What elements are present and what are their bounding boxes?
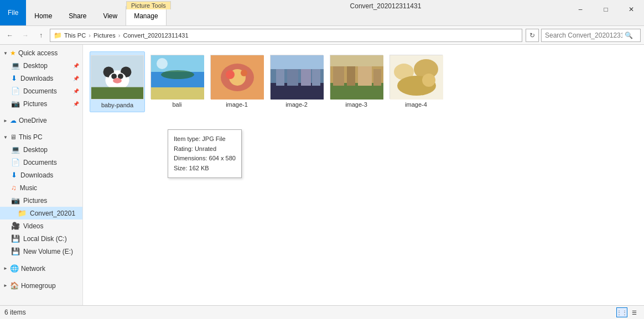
sidebar-item-homegroup[interactable]: ► 🏠 Homegroup	[0, 279, 82, 292]
sidebar-item-label: Documents	[23, 87, 57, 95]
back-button[interactable]: ←	[3, 29, 17, 42]
file-item[interactable]: baby-panda Item type: JPG File Rating: U…	[90, 51, 145, 112]
file-name: image-3	[345, 101, 367, 108]
sidebar-item-desktop-quick[interactable]: 💻 Desktop 📌	[0, 59, 82, 72]
sidebar-item-downloads-quick[interactable]: ⬇ Downloads 📌	[0, 72, 82, 85]
chevron-right-icon: ►	[3, 118, 8, 123]
sidebar-item-pictures-quick[interactable]: 📷 Pictures 📌	[0, 97, 82, 110]
sidebar-item-label: Pictures	[23, 100, 47, 108]
sidebar-section-onedrive: ► ☁ OneDrive	[0, 112, 82, 129]
file-tooltip: Item type: JPG File Rating: Unrated Dime…	[168, 129, 242, 178]
tooltip-line2: Rating: Unrated	[174, 144, 236, 154]
address-bar: ← → ↑ 📁 This PC › Pictures › Convert_202…	[0, 26, 644, 45]
file-thumbnail	[91, 55, 144, 100]
minimize-button[interactable]: –	[568, 1, 593, 18]
sidebar-item-label: Quick access	[18, 49, 58, 57]
sidebar-item-label: Documents	[23, 159, 57, 166]
sidebar-item-label: New Volume (E:)	[23, 248, 73, 255]
sidebar-section-homegroup: ► 🏠 Homegroup	[0, 277, 82, 294]
file-name: image-1	[226, 101, 248, 108]
search-box[interactable]: 🔍	[541, 29, 641, 42]
pictures-icon: 📷	[11, 100, 20, 108]
picture-tools-label: Picture Tools	[126, 1, 171, 9]
pictures-icon: 📷	[11, 196, 20, 205]
sidebar-item-convert-folder[interactable]: 📁 Convert_20201	[0, 207, 82, 219]
file-item[interactable]: bali	[149, 51, 205, 112]
svg-point-17	[226, 70, 235, 79]
sidebar-item-this-pc[interactable]: ▼ 🖥 This PC	[0, 131, 82, 143]
desktop-icon: 💻	[11, 145, 20, 154]
sidebar-item-label: Music	[20, 184, 37, 192]
sidebar-item-videos-pc[interactable]: 🎥 Videos	[0, 219, 82, 232]
main-area: ▼ ★ Quick access 💻 Desktop 📌 ⬇ Downloads…	[0, 45, 644, 305]
sidebar-section-this-pc: ▼ 🖥 This PC 💻 Desktop 📄 Documents ⬇ Down…	[0, 129, 82, 260]
sidebar-item-pictures-pc[interactable]: 📷 Pictures	[0, 194, 82, 207]
tab-view[interactable]: View	[95, 6, 126, 25]
svg-point-12	[157, 58, 168, 69]
file-item[interactable]: image-3	[329, 51, 384, 112]
sidebar-item-network[interactable]: ► 🌐 Network	[0, 262, 82, 275]
files-grid: baby-panda Item type: JPG File Rating: U…	[87, 49, 640, 114]
sidebar-item-music-pc[interactable]: ♫ Music	[0, 181, 82, 194]
content-area: baby-panda Item type: JPG File Rating: U…	[83, 45, 644, 305]
tab-share[interactable]: Share	[60, 6, 95, 25]
chevron-right-icon: ►	[3, 266, 8, 271]
sidebar-item-label: Desktop	[23, 62, 48, 70]
svg-point-13	[161, 70, 194, 79]
sidebar-item-documents-quick[interactable]: 📄 Documents 📌	[0, 85, 82, 97]
file-item[interactable]: image-4	[388, 51, 444, 112]
tab-home[interactable]: Home	[26, 6, 60, 25]
file-thumbnail	[389, 55, 443, 99]
title-bar: File Home Share View Picture Tools Manag…	[0, 0, 644, 26]
svg-rect-8	[91, 87, 143, 100]
forward-button[interactable]: →	[19, 29, 32, 42]
file-item[interactable]: image-2	[269, 51, 324, 112]
svg-point-37	[422, 74, 435, 87]
sidebar-item-local-disk[interactable]: 💾 Local Disk (C:)	[0, 232, 82, 245]
computer-icon: 🖥	[10, 133, 17, 141]
folder-icon: 📁	[18, 209, 27, 217]
search-input[interactable]	[545, 32, 622, 39]
downloads-icon: ⬇	[11, 171, 17, 179]
sidebar-section-network: ► 🌐 Network	[0, 260, 82, 277]
sidebar-item-new-volume[interactable]: 💾 New Volume (E:)	[0, 245, 82, 258]
file-item[interactable]: image-1	[209, 51, 264, 112]
sidebar-item-label: Convert_20201	[30, 210, 75, 217]
view-toggle: ⋮⋮ ☰	[616, 307, 640, 317]
pin-icon: 📌	[73, 101, 79, 107]
svg-rect-31	[373, 69, 381, 86]
documents-icon: 📄	[11, 87, 20, 95]
close-button[interactable]: ✕	[619, 1, 644, 18]
sidebar-item-onedrive[interactable]: ► ☁ OneDrive	[0, 114, 82, 127]
refresh-button[interactable]: ↻	[526, 29, 539, 42]
star-icon: ★	[10, 49, 16, 57]
sidebar-item-desktop-pc[interactable]: 💻 Desktop	[0, 143, 82, 156]
tooltip-line4: Size: 162 KB	[174, 164, 236, 174]
file-name: bali	[172, 101, 181, 108]
pin-icon: 📌	[73, 76, 79, 81]
video-icon: 🎥	[11, 222, 20, 230]
onedrive-icon: ☁	[10, 117, 17, 124]
sidebar-item-quick-access[interactable]: ▼ ★ Quick access	[0, 47, 82, 59]
downloads-icon: ⬇	[11, 74, 17, 82]
chevron-right-icon: ►	[3, 283, 8, 288]
svg-point-7	[113, 78, 122, 83]
address-input[interactable]: 📁 This PC › Pictures › Convert_202012311…	[50, 29, 522, 42]
file-name: image-2	[285, 101, 308, 108]
sidebar-item-label: Network	[21, 265, 45, 273]
folder-icon: 📁	[54, 32, 62, 39]
up-button[interactable]: ↑	[34, 29, 48, 42]
sidebar-item-documents-pc[interactable]: 📄 Documents	[0, 156, 82, 169]
large-icons-view-button[interactable]: ⋮⋮	[616, 307, 627, 317]
tab-file[interactable]: File	[0, 0, 26, 25]
sidebar-item-label: This PC	[19, 133, 43, 141]
pin-icon: 📌	[73, 88, 79, 94]
maximize-button[interactable]: □	[593, 1, 619, 18]
file-thumbnail	[270, 55, 323, 99]
svg-rect-11	[151, 87, 204, 100]
sidebar-item-downloads-pc[interactable]: ⬇ Downloads	[0, 169, 82, 181]
chevron-down-icon: ▼	[3, 135, 8, 140]
svg-point-18	[241, 70, 247, 76]
details-view-button[interactable]: ☰	[629, 307, 640, 317]
chevron-down-icon: ▼	[3, 51, 8, 56]
